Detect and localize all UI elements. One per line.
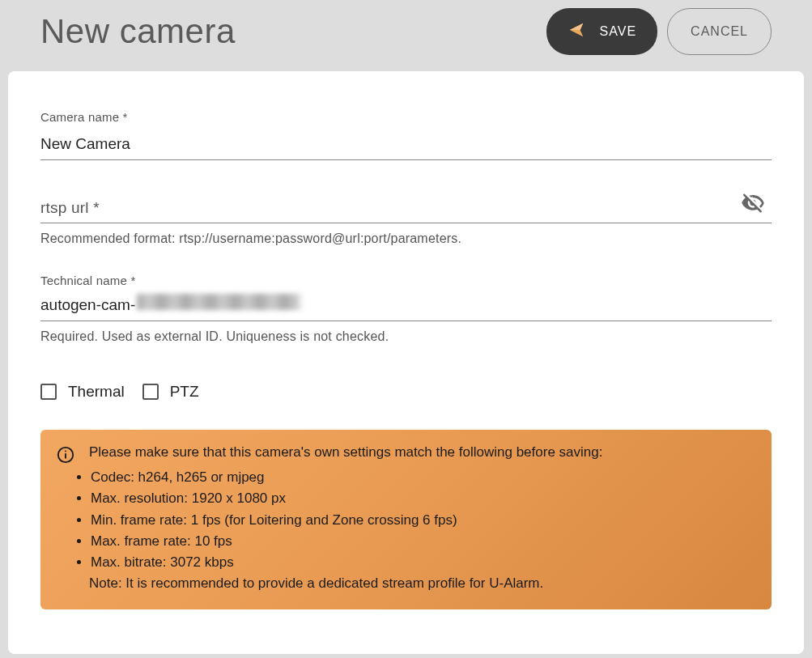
rtsp-group: rtsp url * Recommended format: rtsp://us…: [40, 199, 772, 246]
info-note: Note: It is recommended to provide a ded…: [89, 575, 755, 592]
camera-name-input[interactable]: [40, 130, 772, 160]
camera-name-group: Camera name *: [40, 110, 772, 160]
camera-name-label: Camera name *: [40, 110, 772, 124]
page-header: New camera SAVE CANCEL: [0, 0, 812, 71]
technical-name-prefix: autogen-cam-: [40, 296, 135, 314]
technical-name-label: Technical name *: [40, 274, 772, 287]
rtsp-helper: Recommended format: rtsp://username:pass…: [40, 231, 772, 246]
info-item: Max. frame rate: 10 fps: [91, 531, 755, 552]
header-actions: SAVE CANCEL: [546, 8, 772, 55]
form-card: Camera name * rtsp url * Recommended for…: [8, 71, 804, 654]
rtsp-input[interactable]: [40, 222, 772, 223]
save-button-label: SAVE: [600, 24, 637, 39]
rtsp-placeholder: rtsp url *: [40, 199, 772, 217]
info-heading: Please make sure that this camera's own …: [89, 444, 755, 461]
send-icon: [568, 21, 585, 42]
checkbox-row: Thermal PTZ: [40, 383, 772, 401]
info-list: Codec: h264, h265 or mjpeg Max. resoluti…: [89, 467, 755, 574]
cancel-button-label: CANCEL: [691, 24, 748, 39]
info-item: Min. frame rate: 1 fps (for Loitering an…: [91, 510, 755, 531]
ptz-checkbox[interactable]: PTZ: [142, 383, 199, 401]
info-item: Max. bitrate: 3072 kbps: [91, 552, 755, 573]
technical-name-input[interactable]: autogen-cam-: [40, 294, 772, 321]
technical-name-helper: Required. Used as external ID. Uniquenes…: [40, 329, 772, 344]
cancel-button[interactable]: CANCEL: [667, 8, 772, 55]
thermal-checkbox[interactable]: Thermal: [40, 383, 125, 401]
save-button[interactable]: SAVE: [546, 8, 658, 55]
info-banner: Please make sure that this camera's own …: [40, 430, 772, 609]
info-icon: [57, 444, 74, 592]
visibility-off-icon[interactable]: [741, 191, 765, 219]
checkbox-box-icon: [40, 384, 57, 400]
info-content: Please make sure that this camera's own …: [89, 444, 755, 592]
technical-name-group: Technical name * autogen-cam- Required. …: [40, 274, 772, 344]
info-item: Codec: h264, h265 or mjpeg: [91, 467, 755, 488]
technical-name-obscured: [137, 294, 444, 310]
svg-point-2: [65, 451, 66, 452]
page-title: New camera: [40, 12, 236, 51]
info-item: Max. resolution: 1920 x 1080 px: [91, 488, 755, 509]
thermal-label: Thermal: [68, 383, 125, 401]
ptz-label: PTZ: [170, 383, 199, 401]
checkbox-box-icon: [142, 384, 159, 400]
